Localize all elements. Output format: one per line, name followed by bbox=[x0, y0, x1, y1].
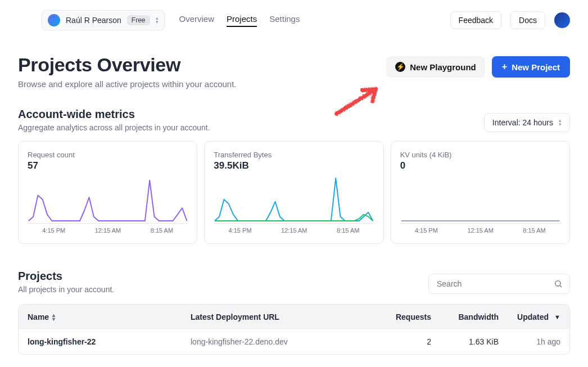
projects-search[interactable] bbox=[428, 274, 570, 294]
metrics-cards: Request count 57 4:15 PM 12:15 AM 8:15 A… bbox=[0, 132, 588, 253]
user-name: Raúl R Pearson bbox=[66, 16, 121, 25]
metric-card-bytes: Transferred Bytes 39.5KiB 4:15 PM 12:15 … bbox=[204, 141, 383, 244]
feedback-button[interactable]: Feedback bbox=[450, 11, 501, 29]
interval-label: Interval: 24 hours bbox=[492, 118, 553, 127]
metric-card-kv: KV units (4 KiB) 0 4:15 PM 12:15 AM 8:15… bbox=[391, 141, 570, 244]
metric-chart: 4:15 PM 12:15 AM 8:15 AM bbox=[214, 177, 374, 239]
projects-table: Name ▴▾ Latest Deployment URL Requests B… bbox=[18, 304, 570, 355]
metric-chart: 4:15 PM 12:15 AM 8:15 AM bbox=[28, 177, 188, 239]
metrics-title: Account-wide metrics bbox=[18, 108, 210, 121]
page-title: Projects Overview bbox=[18, 54, 237, 76]
page-header: Projects Overview Browse and explore all… bbox=[0, 36, 588, 94]
metrics-header: Account-wide metrics Aggregate analytics… bbox=[0, 94, 588, 132]
axis-tick: 12:15 AM bbox=[467, 227, 493, 234]
search-icon bbox=[554, 279, 563, 288]
svg-line-1 bbox=[560, 286, 562, 287]
project-bandwidth: 1.63 KiB bbox=[431, 337, 499, 346]
top-nav: Raúl R Pearson Free ▴▾ Overview Projects… bbox=[0, 0, 588, 36]
table-row[interactable]: long-kingfisher-22 long-kingfisher-22.de… bbox=[19, 329, 569, 354]
primary-nav: Overview Projects Settings bbox=[179, 14, 300, 27]
metric-label: Transferred Bytes bbox=[214, 151, 374, 159]
axis-tick: 4:15 PM bbox=[42, 227, 65, 234]
project-url: long-kingfisher-22.deno.dev bbox=[191, 337, 369, 346]
col-requests[interactable]: Requests bbox=[369, 312, 431, 321]
new-playground-button[interactable]: ⚡ New Playground bbox=[386, 56, 485, 78]
chevron-updown-icon: ▴▾ bbox=[156, 16, 159, 24]
chevron-updown-icon: ▴▾ bbox=[559, 119, 562, 126]
sort-desc-icon: ▼ bbox=[554, 314, 560, 320]
axis-tick: 4:15 PM bbox=[415, 227, 438, 234]
axis-tick: 4:15 PM bbox=[229, 227, 252, 234]
nav-settings[interactable]: Settings bbox=[269, 14, 300, 27]
metrics-subtitle: Aggregate analytics across all projects … bbox=[18, 123, 210, 132]
col-url: Latest Deployment URL bbox=[191, 312, 369, 321]
plus-icon: + bbox=[502, 62, 507, 72]
new-project-button[interactable]: + New Project bbox=[492, 56, 570, 78]
col-bandwidth[interactable]: Bandwidth bbox=[431, 312, 499, 321]
project-name: long-kingfisher-22 bbox=[28, 337, 191, 346]
new-project-label: New Project bbox=[512, 62, 560, 72]
new-playground-label: New Playground bbox=[410, 62, 476, 72]
metric-value: 57 bbox=[28, 160, 188, 171]
page-subtitle: Browse and explore all active projects w… bbox=[18, 79, 237, 89]
axis-tick: 8:15 AM bbox=[151, 227, 173, 234]
projects-title: Projects bbox=[18, 270, 114, 283]
metric-label: KV units (4 KiB) bbox=[400, 151, 560, 159]
nav-projects[interactable]: Projects bbox=[227, 14, 257, 27]
account-avatar[interactable] bbox=[554, 12, 570, 28]
lightning-icon: ⚡ bbox=[395, 62, 405, 72]
org-switcher[interactable]: Raúl R Pearson Free ▴▾ bbox=[42, 10, 165, 30]
deno-logo-icon[interactable] bbox=[18, 13, 33, 28]
axis-tick: 8:15 AM bbox=[523, 227, 545, 234]
docs-button[interactable]: Docs bbox=[510, 11, 545, 29]
table-header: Name ▴▾ Latest Deployment URL Requests B… bbox=[19, 305, 569, 329]
svg-point-0 bbox=[555, 281, 560, 286]
metric-card-requests: Request count 57 4:15 PM 12:15 AM 8:15 A… bbox=[18, 141, 197, 244]
sort-icon: ▴▾ bbox=[52, 313, 55, 321]
search-input[interactable] bbox=[436, 279, 554, 289]
axis-tick: 12:15 AM bbox=[281, 227, 307, 234]
projects-subtitle: All projects in your account. bbox=[18, 285, 114, 294]
project-requests: 2 bbox=[369, 337, 431, 346]
user-avatar-icon bbox=[48, 14, 60, 26]
project-updated: 1h ago bbox=[499, 337, 560, 346]
col-updated[interactable]: Updated ▼ bbox=[499, 312, 560, 321]
axis-tick: 12:15 AM bbox=[95, 227, 121, 234]
interval-selector[interactable]: Interval: 24 hours ▴▾ bbox=[484, 113, 570, 132]
metric-label: Request count bbox=[28, 151, 188, 159]
nav-overview[interactable]: Overview bbox=[179, 14, 215, 27]
metric-value: 39.5KiB bbox=[214, 160, 374, 171]
projects-header: Projects All projects in your account. bbox=[0, 253, 588, 300]
axis-tick: 8:15 AM bbox=[337, 227, 359, 234]
col-name[interactable]: Name ▴▾ bbox=[28, 312, 191, 321]
metric-chart: 4:15 PM 12:15 AM 8:15 AM bbox=[400, 177, 560, 239]
plan-badge: Free bbox=[127, 15, 150, 25]
metric-value: 0 bbox=[400, 160, 560, 171]
